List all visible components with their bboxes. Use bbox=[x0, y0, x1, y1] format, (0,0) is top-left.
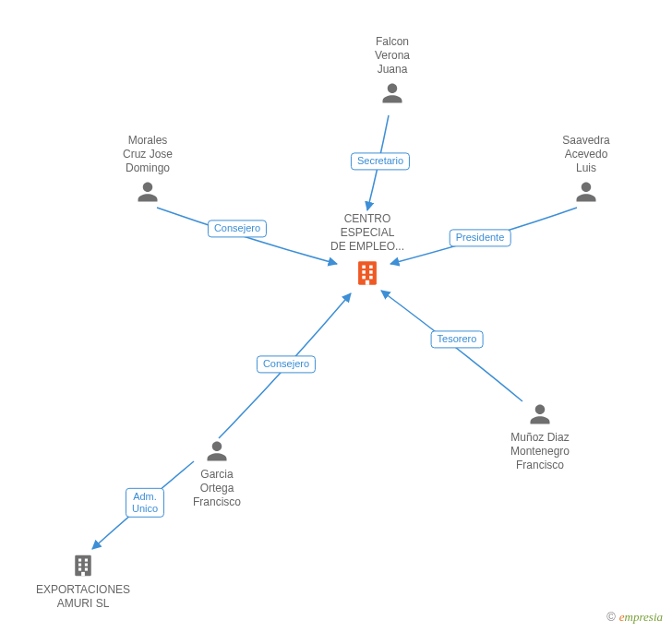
watermark: ©empresia bbox=[606, 610, 663, 625]
person-label: Saavedra Acevedo Luis bbox=[554, 134, 618, 175]
person-label: Garcia Ortega Francisco bbox=[180, 468, 254, 509]
svg-rect-10 bbox=[85, 559, 88, 562]
person-label: Muñoz Diaz Montenegro Francisco bbox=[498, 431, 582, 472]
svg-rect-14 bbox=[85, 568, 88, 571]
node-person-garcia[interactable]: Garcia Ortega Francisco bbox=[180, 438, 254, 509]
node-person-falcon[interactable]: Falcon Verona Juana bbox=[365, 35, 420, 106]
svg-rect-15 bbox=[81, 572, 85, 576]
building-icon bbox=[32, 552, 134, 579]
person-label: Morales Cruz Jose Domingo bbox=[111, 134, 185, 175]
edges-layer bbox=[0, 0, 672, 632]
person-icon bbox=[111, 179, 185, 205]
person-icon bbox=[554, 179, 618, 205]
center-company-label: CENTRO ESPECIAL DE EMPLEO... bbox=[328, 212, 407, 254]
diagram-stage: Secretario Presidente Tesorero Consejero… bbox=[0, 0, 672, 632]
edge-label-secretario: Secretario bbox=[351, 152, 410, 170]
node-center-company[interactable]: CENTRO ESPECIAL DE EMPLEO... bbox=[328, 212, 407, 289]
svg-rect-11 bbox=[78, 564, 81, 566]
edge-label-consejero-morales: Consejero bbox=[208, 220, 267, 237]
svg-rect-6 bbox=[369, 276, 373, 280]
node-company-exportaciones[interactable]: EXPORTACIONES AMURI SL bbox=[32, 552, 134, 611]
edge-label-consejero-garcia: Consejero bbox=[257, 355, 316, 373]
svg-rect-1 bbox=[362, 266, 366, 269]
svg-rect-3 bbox=[362, 270, 366, 274]
svg-rect-4 bbox=[369, 270, 373, 274]
person-icon bbox=[498, 401, 582, 427]
svg-rect-7 bbox=[366, 280, 369, 285]
person-icon bbox=[180, 438, 254, 464]
building-icon bbox=[328, 257, 407, 289]
brand-rest: mpresia bbox=[625, 610, 663, 624]
svg-rect-5 bbox=[362, 276, 366, 280]
company-label: EXPORTACIONES AMURI SL bbox=[32, 583, 134, 611]
node-person-saavedra[interactable]: Saavedra Acevedo Luis bbox=[554, 134, 618, 205]
svg-rect-12 bbox=[85, 564, 88, 566]
person-label: Falcon Verona Juana bbox=[365, 35, 420, 77]
edge-label-adm-unico: Adm. Unico bbox=[126, 488, 164, 518]
svg-rect-13 bbox=[78, 568, 81, 571]
edge-label-presidente: Presidente bbox=[450, 229, 511, 246]
node-person-morales[interactable]: Morales Cruz Jose Domingo bbox=[111, 134, 185, 205]
svg-rect-9 bbox=[78, 559, 81, 562]
node-person-munoz[interactable]: Muñoz Diaz Montenegro Francisco bbox=[498, 401, 582, 472]
edge-label-tesorero: Tesorero bbox=[431, 330, 484, 348]
copyright-symbol: © bbox=[606, 610, 616, 624]
svg-rect-2 bbox=[369, 266, 373, 269]
person-icon bbox=[365, 80, 420, 106]
